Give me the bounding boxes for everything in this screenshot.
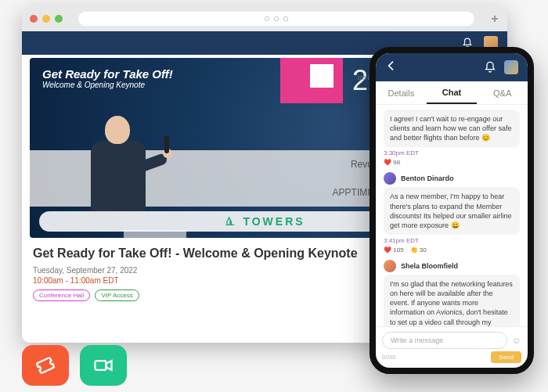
chat-time: 3:41pm EDT xyxy=(384,237,520,244)
send-button[interactable]: Send xyxy=(491,351,521,363)
chat-thread[interactable]: I agree! I can't wait to re-engage our c… xyxy=(376,105,528,326)
chat-reactions[interactable]: ❤️ 98 xyxy=(384,159,520,166)
char-count: 0/280 xyxy=(382,354,396,360)
session-time: 10:00am - 11:00am EDT xyxy=(33,276,358,285)
close-window-icon[interactable] xyxy=(30,15,38,23)
avatar[interactable] xyxy=(384,260,396,272)
chat-reactions[interactable]: ❤️ 105 👏 30 xyxy=(384,246,520,254)
video-icon xyxy=(92,354,114,376)
bell-icon[interactable] xyxy=(484,61,496,74)
chat-bubble: I agree! I can't wait to re-engage our c… xyxy=(384,110,520,147)
reaction-heart[interactable]: ❤️ 105 xyxy=(384,246,404,254)
towers-label: TOWERS xyxy=(243,215,305,228)
mobile-chat-panel: Details Chat Q&A I agree! I can't wait t… xyxy=(370,47,534,374)
session-tags: Conference Hall VIP Access xyxy=(33,290,358,301)
window-controls xyxy=(30,15,63,23)
towers-icon xyxy=(224,214,236,229)
url-dot-icon xyxy=(265,16,269,21)
url-dot-icon xyxy=(274,16,279,21)
svg-rect-2 xyxy=(96,361,106,370)
tab-details[interactable]: Details xyxy=(376,81,427,104)
chat-author: Shela Bloomfield xyxy=(401,262,458,270)
minimize-window-icon[interactable] xyxy=(42,15,50,23)
chat-placeholder: Write a message xyxy=(391,336,443,344)
chat-message: Benton Dinardo As a new member, I'm happ… xyxy=(384,172,520,254)
tag-vip-access[interactable]: VIP Access xyxy=(95,290,139,301)
avatar[interactable] xyxy=(504,60,518,74)
hero-title: Get Ready for Take Off! Welcome & Openin… xyxy=(42,67,173,89)
hero-title-main: Get Ready for Take Off! xyxy=(42,67,173,81)
tab-chat[interactable]: Chat xyxy=(427,81,478,104)
mobile-tabs: Details Chat Q&A xyxy=(376,81,528,105)
maximize-window-icon[interactable] xyxy=(55,15,63,23)
avatar[interactable] xyxy=(384,172,396,185)
video-fab[interactable] xyxy=(80,345,127,386)
chat-bubble: I'm so glad that the networking features… xyxy=(384,275,520,326)
ticket-icon xyxy=(34,354,56,376)
url-bar[interactable] xyxy=(78,12,474,26)
chat-author: Benton Dinardo xyxy=(401,174,454,182)
browser-chrome-bar xyxy=(22,6,507,31)
add-tab-icon[interactable] xyxy=(490,14,499,23)
reaction-heart[interactable]: ❤️ 98 xyxy=(384,159,400,166)
tag-conference-hall[interactable]: Conference Hall xyxy=(33,290,90,301)
chat-input-area: Write a message ☺ 0/280 Send xyxy=(376,326,528,368)
chat-input[interactable]: Write a message xyxy=(382,332,507,349)
event-logo-icon xyxy=(280,58,343,103)
ticket-fab[interactable] xyxy=(22,345,69,386)
mobile-top-bar xyxy=(376,53,528,81)
chat-time: 3:30pm EDT xyxy=(384,149,520,156)
emoji-picker-icon[interactable]: ☺ xyxy=(512,335,521,346)
session-date: Tuesday, September 27, 2022 xyxy=(33,266,358,275)
reaction-clap[interactable]: 👏 30 xyxy=(410,246,427,254)
fab-row xyxy=(22,345,127,386)
chat-bubble: As a new member, I'm happy to hear there… xyxy=(384,187,520,235)
hero-title-sub: Welcome & Opening Keynote xyxy=(42,81,173,89)
url-dot-icon xyxy=(283,16,288,21)
chat-message: I agree! I can't wait to re-engage our c… xyxy=(384,110,520,166)
tab-qa[interactable]: Q&A xyxy=(477,81,528,104)
session-title: Get Ready for Take Off! - Welcome & Open… xyxy=(33,246,358,261)
back-arrow-icon[interactable] xyxy=(385,59,398,75)
chat-message: Shela Bloomfield I'm so glad that the ne… xyxy=(384,260,520,326)
